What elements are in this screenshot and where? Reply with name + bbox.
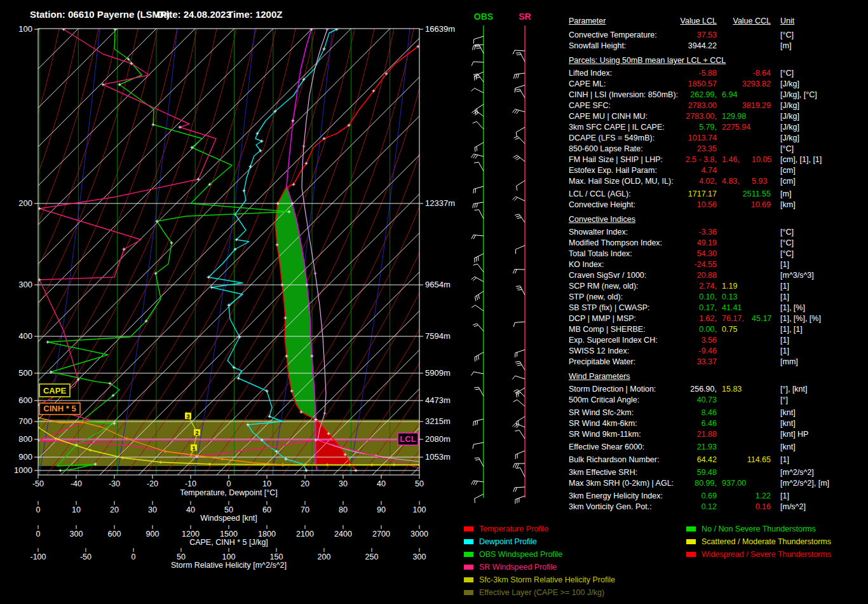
param-value-3: 45.17 bbox=[752, 314, 771, 323]
param-value-2: 1.46, bbox=[722, 155, 740, 164]
param-value-lcl: 80.99, bbox=[569, 479, 717, 488]
legend-label: OBS Windspeed Profile bbox=[479, 550, 562, 559]
svg-text:100: 100 bbox=[413, 505, 426, 514]
param-value-lcl: 0.00, bbox=[569, 325, 717, 334]
svg-text:400: 400 bbox=[18, 331, 32, 341]
svg-text:900: 900 bbox=[146, 530, 159, 539]
legend-label: Temperature Profile bbox=[479, 525, 548, 533]
legend-label: Effective Layer (CAPE >= 100 J/kg) bbox=[479, 588, 604, 597]
svg-text:1800: 1800 bbox=[258, 530, 276, 539]
param-row: Total Totals Index:54.30[°C] bbox=[569, 249, 866, 260]
param-row: Snowfall Height:3944.22[m] bbox=[569, 41, 866, 52]
svg-text:Storm Relative Helicity [m^2/s: Storm Relative Helicity [m^2/s^2] bbox=[171, 561, 287, 570]
param-row: Craven SigSvr / 1000:20.88[m^3/s^3] bbox=[569, 271, 866, 282]
param-unit: [cm], [1], [1] bbox=[780, 155, 822, 164]
severity-legend-item: Scattered / Moderate Thunderstorms bbox=[686, 535, 831, 548]
param-unit: [°], [knt] bbox=[780, 385, 808, 394]
param-row: SR Wind 9km-11km:21.88[knt] HP bbox=[569, 430, 866, 441]
param-row: 3km Energy Helicity Index:0.691.22[1] bbox=[569, 491, 866, 502]
param-row: FM Hail Size | SHIP | LHP:2.5 - 3.8,1.46… bbox=[569, 155, 866, 166]
svg-text:-20: -20 bbox=[147, 479, 158, 488]
legend-label: No / Non Severe Thunderstorms bbox=[702, 525, 816, 533]
svg-text:1000: 1000 bbox=[14, 465, 32, 475]
param-row: CINH | LSI (Inversion: 850mB):262.99,6.9… bbox=[569, 90, 866, 101]
section-title: Parcels: Using 50mB mean layer LCL + CCL bbox=[569, 56, 726, 65]
svg-text:50: 50 bbox=[415, 479, 424, 488]
param-unit: [1] bbox=[780, 347, 789, 355]
km-height-marker: 3 bbox=[185, 413, 191, 420]
effective-layer-band bbox=[38, 420, 419, 466]
param-unit: [1] bbox=[780, 491, 789, 500]
param-value-ccl: 1.22 bbox=[569, 491, 771, 500]
param-row: STP (new, old):0.10,0.13[1] bbox=[569, 292, 866, 303]
param-row: CAPE ML:1850.573293.82[J/kg] bbox=[569, 79, 866, 90]
section-title: Wind Parameters bbox=[569, 372, 630, 381]
svg-text:80: 80 bbox=[339, 505, 348, 514]
param-unit: [cm] bbox=[780, 177, 796, 186]
severity-legend-item: No / Non Severe Thunderstorms bbox=[686, 523, 831, 535]
svg-text:300: 300 bbox=[413, 553, 426, 561]
parameter-panel: ParameterValue LCLValue CCLUnitConvectiv… bbox=[569, 17, 866, 513]
param-row: CAPE SFC:2783.003819.29[J/kg] bbox=[569, 101, 866, 112]
svg-text:1200: 1200 bbox=[182, 530, 200, 539]
param-value-3: 5.93 bbox=[752, 177, 767, 186]
param-row: DCAPE (LFS = 549mB):1013.74[J/kg] bbox=[569, 134, 866, 144]
param-value-lcl: 4.02, bbox=[569, 177, 717, 186]
svg-text:5909m: 5909m bbox=[425, 368, 451, 378]
legend-color-chip bbox=[464, 565, 473, 570]
svg-text:CAPE: CAPE bbox=[43, 386, 66, 395]
app-window: 321CAPECINH * 5LCL1002003004005006007008… bbox=[0, 0, 868, 604]
param-value-lcl: 2783.00, bbox=[569, 112, 717, 121]
svg-text:3000: 3000 bbox=[410, 530, 428, 539]
severity-legend: No / Non Severe ThunderstormsScattered /… bbox=[686, 523, 831, 561]
svg-text:30: 30 bbox=[148, 505, 157, 514]
svg-text:2400: 2400 bbox=[334, 530, 352, 539]
svg-text:200: 200 bbox=[318, 553, 331, 561]
severity-legend-item: Widespread / Severe Thunderstorms bbox=[686, 548, 831, 561]
param-value-lcl: 256.90, bbox=[569, 385, 717, 394]
param-unit: [J/kg] bbox=[780, 134, 799, 142]
param-value-lcl: 37.53 bbox=[569, 31, 717, 39]
svg-text:800: 800 bbox=[18, 434, 32, 444]
param-row: SWISS 12 Index:-9.46[1] bbox=[569, 347, 866, 357]
param-value-lcl: 262.99, bbox=[569, 90, 717, 99]
param-value-2: 2275.94 bbox=[722, 123, 750, 132]
svg-text:-100: -100 bbox=[30, 553, 46, 561]
param-value-lcl: 21.88 bbox=[569, 430, 717, 439]
param-value-lcl: 1.62, bbox=[569, 314, 717, 323]
profile-legend: Temperature ProfileDewpoint ProfileOBS W… bbox=[464, 523, 615, 599]
param-row: Modified Thompson Index:49.19[°C] bbox=[569, 238, 866, 249]
svg-text:0: 0 bbox=[36, 505, 41, 514]
legend-color-chip bbox=[464, 552, 473, 557]
param-row: SR Wind Sfc-2km:8.46[knt] bbox=[569, 408, 866, 419]
svg-text:Windspeed [knt]: Windspeed [knt] bbox=[200, 514, 257, 523]
param-value-lcl: 33.37 bbox=[569, 357, 717, 366]
param-unit: [1] bbox=[780, 336, 789, 345]
param-value-2: 76.17, bbox=[722, 314, 744, 323]
param-row: MB Comp | SHERBE:0.00,0.75[1], [1] bbox=[569, 325, 866, 336]
param-unit: [knt] bbox=[780, 408, 796, 417]
svg-text:300: 300 bbox=[18, 280, 32, 289]
param-unit: [cm] bbox=[780, 166, 796, 175]
param-value-lcl: 40.73 bbox=[569, 395, 717, 404]
svg-text:300: 300 bbox=[70, 530, 83, 539]
section-header: Convective Indices bbox=[569, 215, 866, 228]
param-value-2: 0.75 bbox=[722, 325, 737, 334]
svg-text:1: 1 bbox=[192, 445, 195, 451]
param-value-lcl: 3944.22 bbox=[569, 41, 717, 50]
param-unit: [°C] bbox=[780, 238, 794, 247]
param-row: 3km SFC CAPE | IL CAPE:5.79,2275.94[J/kg… bbox=[569, 123, 866, 134]
param-unit: [knt] bbox=[780, 419, 796, 428]
param-value-ccl: 0.16 bbox=[569, 502, 771, 511]
svg-text:0: 0 bbox=[132, 553, 136, 561]
param-value-lcl: -24.55 bbox=[569, 260, 717, 269]
param-unit: [°C] bbox=[780, 228, 794, 237]
param-value-lcl: 23.35 bbox=[569, 144, 717, 153]
svg-text:Temperature, Dewpoint [°C]: Temperature, Dewpoint [°C] bbox=[180, 488, 278, 497]
svg-text:3215m: 3215m bbox=[425, 416, 451, 426]
param-unit: [°] bbox=[780, 395, 788, 404]
svg-text:OBS: OBS bbox=[474, 11, 493, 22]
legend-label: Scattered / Moderate Thunderstorms bbox=[702, 537, 831, 546]
dewpoint-profile bbox=[208, 29, 337, 470]
svg-text:90: 90 bbox=[377, 505, 386, 514]
